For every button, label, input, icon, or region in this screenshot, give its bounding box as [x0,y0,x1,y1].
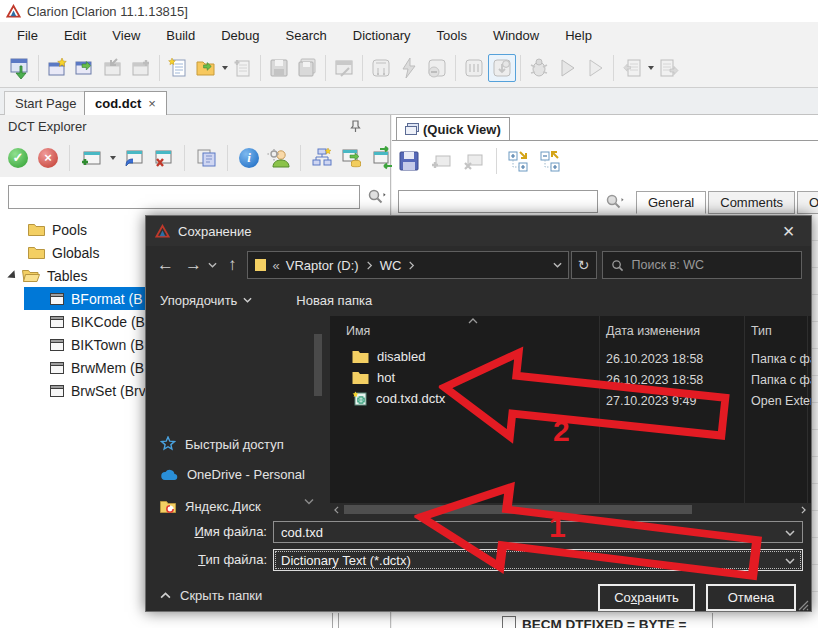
sidebar-scrollbar-thumb[interactable] [314,334,322,396]
quick-view-search-input[interactable] [398,190,598,213]
save-button[interactable]: Сохранить [598,584,695,611]
organize-dropdown-icon[interactable] [243,297,252,303]
new-file-icon[interactable] [164,54,192,82]
menu-view[interactable]: View [99,24,153,47]
expand-all-icon[interactable] [507,148,533,174]
import-window-icon[interactable] [6,54,34,82]
breadcrumb-folder[interactable]: WC [380,258,402,273]
add-item-icon[interactable] [78,145,104,171]
scrollbar-thumb[interactable] [344,505,692,514]
save-all-icon[interactable] [293,54,321,82]
export-db-icon[interactable] [339,145,365,171]
save-icon[interactable] [265,54,293,82]
filename-input[interactable]: cod.txd [273,521,803,543]
copy-icon[interactable] [193,145,219,171]
menu-search[interactable]: Search [273,24,340,47]
open-file-icon[interactable] [192,54,220,82]
horizontal-scrollbar[interactable] [330,503,811,516]
menu-build[interactable]: Build [153,24,208,47]
pin-icon[interactable] [350,120,361,133]
add-window-icon[interactable] [127,54,155,82]
user-options-icon[interactable] [266,145,292,171]
tab-options[interactable]: Options [797,191,818,214]
sidebar-item-quick-access[interactable]: Быстрый доступ [160,436,284,452]
refresh-button[interactable]: ↻ [571,251,597,279]
filetype-dropdown-icon[interactable] [785,558,795,564]
save-quickview-icon[interactable] [396,148,422,174]
search-icon[interactable] [604,193,624,211]
confirm-icon[interactable]: ✓ [5,145,31,171]
tab-close-icon[interactable]: × [148,96,156,111]
quick-generate-icon[interactable] [395,54,423,82]
breadcrumb-overflow-icon[interactable]: « [273,258,280,273]
add-field-icon[interactable] [428,148,454,174]
tab-comments[interactable]: Comments [708,191,795,214]
breadcrumb[interactable]: « VRaptor (D:) WC [247,251,569,279]
forward-icon[interactable]: → [185,255,202,275]
info-icon[interactable]: i [236,145,262,171]
sidebar-scroll-down-icon[interactable] [304,498,314,505]
file-row-hot[interactable]: hot [352,370,395,385]
menu-window[interactable]: Window [480,24,552,47]
synchronize-icon[interactable] [488,54,516,82]
collapse-all-icon[interactable] [539,148,565,174]
add-file-icon[interactable] [228,54,256,82]
breadcrumb-dropdown-icon[interactable] [553,262,562,268]
organize-button[interactable]: Упорядочить [160,293,237,308]
run-without-debug-icon[interactable] [553,54,581,82]
history-dropdown-icon[interactable] [208,262,217,268]
column-header-name[interactable]: Имя [346,324,370,338]
column-header-type[interactable]: Тип [751,324,772,338]
menu-debug[interactable]: Debug [208,24,272,47]
remove-generate-icon[interactable] [423,54,451,82]
expander-icon[interactable] [7,270,18,281]
file-row-cod-txd-dctx[interactable]: cod.txd.dctx [352,391,445,406]
generate-all-icon[interactable] [460,54,488,82]
dct-search-input[interactable] [8,185,360,209]
scroll-right-icon[interactable] [800,506,807,514]
hide-folders-button[interactable]: Скрыть папки [160,588,262,603]
menu-tools[interactable]: Tools [424,24,480,47]
dialog-close-icon[interactable]: × [766,216,811,246]
run-icon[interactable] [581,54,609,82]
open-window-icon[interactable] [71,54,99,82]
debug-icon[interactable] [525,54,553,82]
tab-general[interactable]: General [636,191,706,214]
resize-grip-icon[interactable] [798,600,809,611]
diagram-icon[interactable] [309,145,335,171]
column-header-date[interactable]: Дата изменения [606,324,700,338]
close-window-icon[interactable] [330,54,358,82]
cancel-button[interactable]: Отмена [706,584,796,611]
menu-help[interactable]: Help [552,24,605,47]
tab-quick-view[interactable]: (Quick View) [396,117,510,140]
search-icon[interactable] [366,188,386,206]
sidebar-item-onedrive[interactable]: OneDrive - Personal [160,467,305,482]
new-window-icon[interactable] [43,54,71,82]
generate-app-icon[interactable] [367,54,395,82]
export-text-icon[interactable] [654,54,682,82]
add-item-dropdown-icon[interactable] [110,156,116,160]
menu-edit[interactable]: Edit [51,24,99,47]
cancel-icon[interactable]: × [35,145,61,171]
delete-field-icon[interactable] [460,148,486,174]
menu-file[interactable]: File [4,24,51,47]
import-text-icon[interactable] [618,54,646,82]
sidebar-item-yandex-disk[interactable]: Яндекс.Диск [160,499,261,514]
menu-dictionary[interactable]: Dictionary [340,24,424,47]
dialog-search-box[interactable]: Поиск в: WC [602,251,802,279]
back-icon[interactable]: ← [157,255,174,275]
filetype-select[interactable]: Dictionary Text (*.dctx) [273,549,803,571]
file-row-disabled[interactable]: disabled [352,349,425,364]
edit-item-icon[interactable] [120,145,146,171]
background-checkbox[interactable] [502,616,516,628]
promote-window-icon[interactable] [99,54,127,82]
file-date: 27.10.2023 9:49 [606,394,696,408]
tab-start-page[interactable]: Start Page [4,91,87,115]
delete-item-icon[interactable] [150,145,176,171]
scroll-left-icon[interactable] [333,506,340,514]
new-folder-button[interactable]: Новая папка [296,293,372,308]
breadcrumb-drive[interactable]: VRaptor (D:) [286,258,359,273]
tab-cod-dct[interactable]: cod.dct× [84,91,167,115]
up-icon[interactable]: ↑ [228,255,237,275]
filename-dropdown-icon[interactable] [785,530,795,536]
